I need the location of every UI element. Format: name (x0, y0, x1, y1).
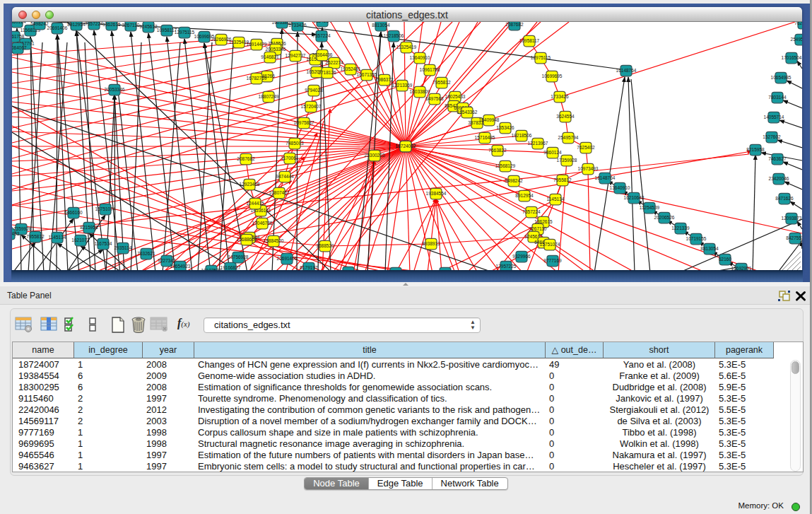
svg-text:9777169: 9777169 (543, 258, 562, 263)
svg-text:3267110: 3267110 (529, 226, 547, 231)
svg-text:10025433: 10025433 (445, 94, 466, 99)
svg-text:8938913: 8938913 (422, 241, 440, 246)
svg-text:15751074: 15751074 (540, 242, 560, 247)
svg-text:9245612: 9245612 (139, 24, 158, 29)
svg-text:12942737: 12942737 (286, 53, 306, 58)
svg-text:15692991: 15692991 (731, 266, 752, 270)
svg-text:9329966: 9329966 (512, 254, 531, 259)
svg-text:12213967: 12213967 (528, 141, 548, 146)
svg-text:10699695: 10699695 (542, 74, 563, 78)
svg-text:19218506: 19218506 (512, 133, 532, 138)
svg-text:20053346: 20053346 (105, 87, 125, 92)
svg-text:6466160: 6466160 (64, 210, 83, 215)
svg-text:1527602: 1527602 (763, 134, 781, 139)
svg-text:9242848: 9242848 (339, 269, 358, 270)
svg-text:5498242: 5498242 (505, 178, 523, 183)
svg-text:18724007: 18724007 (396, 144, 416, 148)
svg-text:7803144: 7803144 (768, 95, 787, 100)
svg-text:8427552: 8427552 (786, 235, 802, 240)
svg-text:25300203: 25300203 (365, 153, 385, 158)
svg-text:9860124: 9860124 (12, 22, 26, 24)
svg-text:2087682: 2087682 (505, 22, 524, 27)
svg-text:16671355: 16671355 (357, 72, 377, 77)
svg-text:14055714: 14055714 (764, 115, 784, 119)
svg-text:16409948: 16409948 (479, 117, 500, 122)
svg-text:8912954: 8912954 (515, 193, 534, 198)
svg-text:1167534: 1167534 (95, 241, 112, 246)
svg-text:17016504: 17016504 (782, 55, 802, 60)
svg-text:1145134: 1145134 (547, 197, 565, 201)
svg-text:17957225: 17957225 (496, 264, 517, 269)
svg-text:15884520: 15884520 (264, 238, 284, 243)
svg-text:2718126: 2718126 (318, 70, 336, 75)
svg-text:7955812: 7955812 (553, 177, 572, 182)
svg-text:1588520: 1588520 (316, 243, 334, 248)
svg-text:20206526: 20206526 (654, 215, 675, 220)
svg-text:7955812: 7955812 (433, 80, 451, 85)
svg-text:11568129: 11568129 (495, 163, 516, 168)
svg-text:16914479: 16914479 (247, 42, 267, 47)
svg-text:6497568: 6497568 (425, 96, 444, 101)
svg-text:16033809: 16033809 (410, 89, 430, 94)
svg-text:1145134: 1145134 (49, 235, 66, 240)
svg-text:10958117: 10958117 (519, 38, 540, 43)
svg-text:2935114: 2935114 (114, 245, 132, 250)
svg-text:10973493: 10973493 (12, 231, 20, 236)
svg-text:8215958: 8215958 (746, 147, 765, 152)
svg-text:10107533: 10107533 (201, 268, 222, 270)
svg-text:20691406: 20691406 (47, 25, 68, 30)
svg-text:8813054: 8813054 (700, 246, 719, 251)
svg-text:13640910: 13640910 (610, 185, 630, 190)
svg-text:62160: 62160 (719, 257, 731, 262)
svg-text:18807249: 18807249 (259, 94, 279, 99)
svg-text:7625402: 7625402 (794, 22, 802, 25)
svg-text:9227342: 9227342 (158, 258, 176, 263)
svg-text:15751074: 15751074 (95, 206, 116, 211)
svg-text:19166827: 19166827 (220, 265, 241, 270)
svg-text:7357224: 7357224 (522, 209, 541, 214)
svg-text:2522274: 2522274 (325, 60, 343, 65)
svg-text:12923468: 12923468 (240, 182, 260, 187)
svg-text:7663822: 7663822 (488, 148, 507, 153)
svg-text:10807467: 10807467 (269, 190, 290, 195)
svg-text:10654985: 10654985 (771, 75, 792, 80)
svg-text:8912954: 8912954 (67, 22, 86, 27)
svg-text:1244415: 1244415 (246, 201, 264, 206)
svg-text:20364436: 20364436 (312, 52, 333, 57)
svg-text:8215958: 8215958 (80, 225, 98, 230)
svg-text:12213369: 12213369 (392, 83, 413, 88)
svg-text:15716485: 15716485 (475, 135, 495, 140)
svg-text:12975115: 12975115 (175, 30, 195, 35)
svg-text:7357224: 7357224 (312, 33, 331, 38)
svg-text:25495794: 25495794 (558, 135, 579, 140)
svg-text:10973493: 10973493 (578, 166, 599, 171)
svg-text:11325419: 11325419 (396, 45, 417, 49)
svg-text:7357224: 7357224 (85, 22, 103, 26)
svg-text:7485003: 7485003 (286, 141, 304, 146)
svg-text:3267110: 3267110 (122, 23, 140, 28)
svg-text:2087682: 2087682 (237, 156, 255, 161)
svg-text:16782759: 16782759 (247, 76, 267, 81)
svg-text:15720407: 15720407 (301, 104, 322, 109)
svg-text:3624554: 3624554 (556, 114, 575, 119)
svg-text:20691406: 20691406 (277, 256, 298, 261)
svg-text:8813054: 8813054 (372, 23, 390, 28)
svg-text:1733426: 1733426 (288, 23, 307, 28)
svg-text:16148764: 16148764 (616, 68, 637, 73)
svg-text:10688609: 10688609 (237, 237, 257, 242)
svg-text:1362615: 1362615 (102, 22, 121, 27)
svg-text:6179197: 6179197 (300, 265, 318, 270)
svg-text:13640910: 13640910 (410, 55, 430, 60)
svg-text:20053346: 20053346 (266, 47, 286, 52)
svg-text:10719155: 10719155 (686, 236, 707, 241)
svg-text:11254539: 11254539 (640, 205, 660, 210)
svg-text:12093873: 12093873 (782, 216, 802, 221)
svg-text:7463627: 7463627 (768, 156, 787, 161)
svg-text:7986372: 7986372 (375, 77, 394, 82)
svg-text:1733426: 1733426 (551, 94, 569, 99)
svg-text:7955812: 7955812 (26, 234, 45, 239)
svg-text:9860124: 9860124 (543, 150, 562, 155)
svg-text:1221339: 1221339 (671, 226, 690, 230)
svg-text:10961758: 10961758 (420, 67, 440, 72)
svg-text:12975115: 12975115 (531, 55, 551, 60)
